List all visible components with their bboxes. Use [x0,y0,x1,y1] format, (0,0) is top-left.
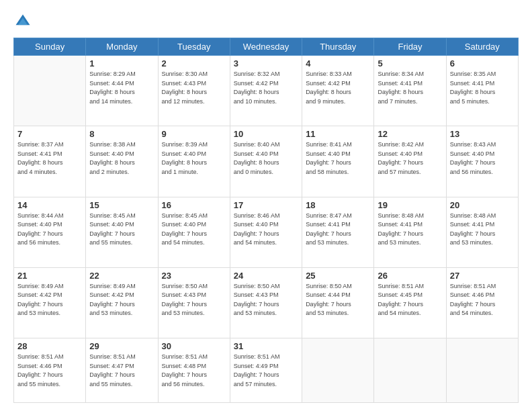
day-info: Sunrise: 8:32 AM Sunset: 4:42 PM Dayligh… [234,70,298,106]
day-number: 14 [17,200,82,210]
calendar-cell: 25Sunrise: 8:50 AM Sunset: 4:44 PM Dayli… [302,267,374,338]
calendar-table: SundayMondayTuesdayWednesdayThursdayFrid… [13,38,519,403]
day-number: 22 [89,271,154,281]
day-info: Sunrise: 8:34 AM Sunset: 4:41 PM Dayligh… [378,70,442,106]
day-info: Sunrise: 8:30 AM Sunset: 4:43 PM Dayligh… [162,70,226,106]
calendar-cell: 5Sunrise: 8:34 AM Sunset: 4:41 PM Daylig… [374,56,446,126]
calendar-week-2: 7Sunrise: 8:37 AM Sunset: 4:41 PM Daylig… [14,126,519,197]
calendar-week-4: 21Sunrise: 8:49 AM Sunset: 4:42 PM Dayli… [14,267,519,338]
calendar-cell [446,338,518,403]
calendar-cell: 8Sunrise: 8:38 AM Sunset: 4:40 PM Daylig… [86,126,158,197]
day-info: Sunrise: 8:51 AM Sunset: 4:46 PM Dayligh… [450,282,515,318]
day-number: 17 [234,200,298,210]
day-number: 16 [162,200,226,210]
calendar-cell [14,56,86,126]
calendar-cell: 28Sunrise: 8:51 AM Sunset: 4:46 PM Dayli… [14,338,86,403]
calendar-cell: 26Sunrise: 8:51 AM Sunset: 4:45 PM Dayli… [374,267,446,338]
day-info: Sunrise: 8:38 AM Sunset: 4:40 PM Dayligh… [89,140,154,177]
day-number: 3 [234,58,298,68]
day-number: 19 [378,200,442,210]
day-info: Sunrise: 8:51 AM Sunset: 4:48 PM Dayligh… [162,353,226,389]
day-info: Sunrise: 8:46 AM Sunset: 4:40 PM Dayligh… [234,212,298,248]
day-info: Sunrise: 8:49 AM Sunset: 4:42 PM Dayligh… [17,282,82,318]
calendar-cell: 9Sunrise: 8:39 AM Sunset: 4:40 PM Daylig… [158,126,230,197]
weekday-header-row: SundayMondayTuesdayWednesdayThursdayFrid… [14,38,519,56]
day-number: 24 [234,271,298,281]
day-info: Sunrise: 8:29 AM Sunset: 4:44 PM Dayligh… [89,70,154,106]
day-number: 26 [378,271,442,281]
calendar-cell: 18Sunrise: 8:47 AM Sunset: 4:41 PM Dayli… [302,197,374,267]
day-info: Sunrise: 8:47 AM Sunset: 4:41 PM Dayligh… [306,212,370,248]
calendar-cell [302,338,374,403]
day-info: Sunrise: 8:50 AM Sunset: 4:43 PM Dayligh… [162,282,226,318]
day-info: Sunrise: 8:43 AM Sunset: 4:40 PM Dayligh… [450,140,515,177]
calendar-week-3: 14Sunrise: 8:44 AM Sunset: 4:40 PM Dayli… [14,197,519,267]
calendar-cell: 13Sunrise: 8:43 AM Sunset: 4:40 PM Dayli… [446,126,518,197]
day-info: Sunrise: 8:35 AM Sunset: 4:41 PM Dayligh… [450,70,515,106]
day-number: 27 [450,271,515,281]
day-info: Sunrise: 8:45 AM Sunset: 4:40 PM Dayligh… [162,212,226,248]
calendar-cell: 21Sunrise: 8:49 AM Sunset: 4:42 PM Dayli… [14,267,86,338]
calendar-cell: 24Sunrise: 8:50 AM Sunset: 4:43 PM Dayli… [230,267,302,338]
calendar-cell: 29Sunrise: 8:51 AM Sunset: 4:47 PM Dayli… [86,338,158,403]
day-number: 30 [162,341,226,351]
weekday-header-saturday: Saturday [446,38,518,56]
calendar-cell: 3Sunrise: 8:32 AM Sunset: 4:42 PM Daylig… [230,56,302,126]
weekday-header-monday: Monday [86,38,158,56]
day-number: 8 [89,129,154,139]
day-number: 12 [378,129,442,139]
calendar-cell: 22Sunrise: 8:49 AM Sunset: 4:42 PM Dayli… [86,267,158,338]
calendar-cell: 17Sunrise: 8:46 AM Sunset: 4:40 PM Dayli… [230,197,302,267]
day-number: 7 [17,129,82,139]
weekday-header-tuesday: Tuesday [158,38,230,56]
day-number: 10 [234,129,298,139]
header [13,12,519,31]
calendar-cell: 31Sunrise: 8:51 AM Sunset: 4:49 PM Dayli… [230,338,302,403]
calendar-cell: 30Sunrise: 8:51 AM Sunset: 4:48 PM Dayli… [158,338,230,403]
day-info: Sunrise: 8:48 AM Sunset: 4:41 PM Dayligh… [378,212,442,248]
day-info: Sunrise: 8:44 AM Sunset: 4:40 PM Dayligh… [17,212,82,248]
calendar-cell: 10Sunrise: 8:40 AM Sunset: 4:40 PM Dayli… [230,126,302,197]
day-info: Sunrise: 8:39 AM Sunset: 4:40 PM Dayligh… [162,140,226,177]
day-info: Sunrise: 8:45 AM Sunset: 4:40 PM Dayligh… [89,212,154,248]
day-number: 28 [17,341,82,351]
day-info: Sunrise: 8:40 AM Sunset: 4:40 PM Dayligh… [234,140,298,177]
calendar-cell: 19Sunrise: 8:48 AM Sunset: 4:41 PM Dayli… [374,197,446,267]
weekday-header-friday: Friday [374,38,446,56]
day-number: 2 [162,58,226,68]
day-info: Sunrise: 8:51 AM Sunset: 4:47 PM Dayligh… [89,353,154,389]
calendar-week-5: 28Sunrise: 8:51 AM Sunset: 4:46 PM Dayli… [14,338,519,403]
day-info: Sunrise: 8:42 AM Sunset: 4:40 PM Dayligh… [378,140,442,177]
day-info: Sunrise: 8:51 AM Sunset: 4:46 PM Dayligh… [17,353,82,389]
day-number: 1 [89,58,154,68]
calendar-cell: 16Sunrise: 8:45 AM Sunset: 4:40 PM Dayli… [158,197,230,267]
day-number: 23 [162,271,226,281]
day-info: Sunrise: 8:49 AM Sunset: 4:42 PM Dayligh… [89,282,154,318]
day-info: Sunrise: 8:41 AM Sunset: 4:40 PM Dayligh… [306,140,370,177]
day-number: 9 [162,129,226,139]
day-number: 21 [17,271,82,281]
day-info: Sunrise: 8:51 AM Sunset: 4:49 PM Dayligh… [234,353,298,389]
calendar-cell: 27Sunrise: 8:51 AM Sunset: 4:46 PM Dayli… [446,267,518,338]
day-info: Sunrise: 8:48 AM Sunset: 4:41 PM Dayligh… [450,212,515,248]
day-number: 25 [306,271,370,281]
calendar-cell: 4Sunrise: 8:33 AM Sunset: 4:42 PM Daylig… [302,56,374,126]
calendar-cell: 2Sunrise: 8:30 AM Sunset: 4:43 PM Daylig… [158,56,230,126]
day-number: 15 [89,200,154,210]
day-info: Sunrise: 8:50 AM Sunset: 4:43 PM Dayligh… [234,282,298,318]
day-number: 13 [450,129,515,139]
day-info: Sunrise: 8:37 AM Sunset: 4:41 PM Dayligh… [17,140,82,177]
day-number: 18 [306,200,370,210]
day-info: Sunrise: 8:50 AM Sunset: 4:44 PM Dayligh… [306,282,370,318]
day-info: Sunrise: 8:33 AM Sunset: 4:42 PM Dayligh… [306,70,370,106]
day-number: 4 [306,58,370,68]
calendar-cell: 12Sunrise: 8:42 AM Sunset: 4:40 PM Dayli… [374,126,446,197]
calendar-week-1: 1Sunrise: 8:29 AM Sunset: 4:44 PM Daylig… [14,56,519,126]
calendar-cell: 23Sunrise: 8:50 AM Sunset: 4:43 PM Dayli… [158,267,230,338]
logo-icon [13,12,32,31]
calendar-cell: 11Sunrise: 8:41 AM Sunset: 4:40 PM Dayli… [302,126,374,197]
calendar-cell: 7Sunrise: 8:37 AM Sunset: 4:41 PM Daylig… [14,126,86,197]
day-number: 29 [89,341,154,351]
day-info: Sunrise: 8:51 AM Sunset: 4:45 PM Dayligh… [378,282,442,318]
calendar-cell: 15Sunrise: 8:45 AM Sunset: 4:40 PM Dayli… [86,197,158,267]
